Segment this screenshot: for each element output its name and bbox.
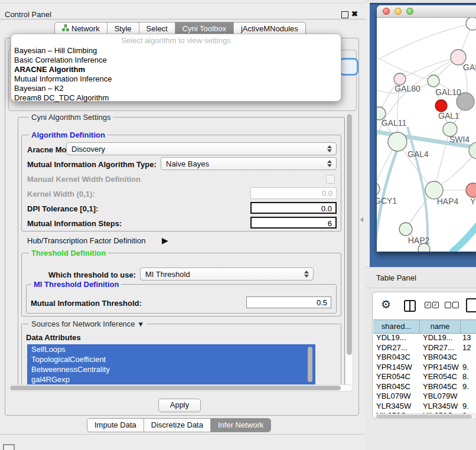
tab-impute-data[interactable]: Impute Data (87, 419, 144, 432)
minimize-traffic-light-icon[interactable] (395, 8, 402, 15)
gear-icon[interactable]: ⚙ (381, 299, 391, 310)
algorithm-combobox-focus-ring[interactable] (339, 58, 358, 76)
node-hap2[interactable] (399, 223, 412, 236)
mi-threshold-label: Mutual Information Threshold: (31, 299, 142, 308)
sources-title: Sources for Network Inference (31, 319, 135, 328)
node-label: Y (470, 197, 476, 206)
algorithm-option[interactable]: Dream8 DC_TDC Algorithm (11, 93, 341, 103)
screen: Control Panel ✖ Network Style Select Cyn… (0, 0, 476, 450)
close-traffic-light-icon[interactable] (383, 8, 390, 15)
zoom-traffic-light-icon[interactable] (406, 8, 413, 15)
node-gal10[interactable] (428, 75, 439, 87)
settings-hscrollbar-thumb[interactable] (10, 386, 341, 390)
dpi-tolerance-field[interactable]: 0.0 (250, 202, 337, 214)
which-threshold-label: Which threshold to use: (48, 270, 136, 279)
column-header-extra[interactable] (461, 320, 476, 333)
checked-checkbox-icon[interactable]: ✓ (432, 302, 439, 308)
node-label: GAL4 (407, 149, 429, 159)
attribute-item[interactable]: SelfLoops (27, 344, 315, 354)
splitter-grip-icon[interactable] (360, 217, 363, 222)
algorithm-option[interactable]: Basic Correlation Inference (11, 56, 341, 65)
network-canvas[interactable]: GAL GAL80 GAL10 GAL1 SWI4 GAL11 GAL4 GCY… (377, 18, 476, 252)
data-attributes-label: Data Attributes (26, 333, 81, 342)
node-label: GAL80 (395, 84, 420, 93)
table-panel-title: Table Panel (376, 273, 416, 282)
table-window: ⚙ ✓ ✓ shared... name YDL19...YDL19...13 … (372, 292, 476, 419)
node-label: GAL (463, 63, 476, 72)
document-icon[interactable] (466, 298, 476, 312)
table-row[interactable]: YPR145WYPR145W9. (373, 363, 476, 373)
dpi-tolerance-label: DPI Tolerance [0,1]: (27, 204, 98, 213)
node-label: GAL11 (382, 118, 407, 128)
node-label: GAL10 (435, 87, 461, 97)
table-row[interactable]: YER054CYER054C8. (373, 372, 476, 382)
node-label: HAP2 (408, 236, 430, 245)
close-icon[interactable]: ✖ (351, 9, 358, 18)
table-row[interactable]: YDR27...YDR27...12 (373, 343, 476, 353)
which-threshold-select[interactable]: MI Threshold (140, 268, 314, 281)
unchecked-checkbox-icon[interactable] (445, 302, 451, 308)
node-label: GAL1 (438, 111, 459, 120)
table-row[interactable]: YDL19...YDL19...13 (373, 333, 476, 343)
attributes-scrollbar[interactable] (308, 347, 312, 382)
combo-arrows-icon (325, 145, 336, 152)
network-window-titlebar[interactable] (377, 5, 476, 18)
node-gal80[interactable] (394, 73, 406, 85)
tab-discretize-data[interactable]: Discretize Data (144, 419, 211, 432)
float-window-icon[interactable] (341, 11, 348, 18)
control-panel-titlebar: Control Panel ✖ (0, 3, 365, 19)
apply-button[interactable]: Apply (158, 399, 201, 412)
manual-kernel-checkbox[interactable] (326, 175, 335, 184)
node-gal4[interactable] (388, 132, 407, 151)
combo-arrows-icon (325, 160, 336, 167)
mi-steps-field[interactable]: 6 (250, 217, 337, 229)
algorithm-option[interactable]: Bayesian – K2 (11, 84, 341, 93)
node[interactable] (466, 18, 476, 30)
control-panel-title: Control Panel (5, 10, 51, 19)
expand-right-icon[interactable]: ▶ (162, 236, 168, 245)
node-label: GCY1 (377, 196, 397, 206)
kernel-width-label: Kernel Width (0,1): (27, 190, 95, 198)
manual-kernel-label: Manual Kernel Width Definition (27, 175, 141, 184)
columns-icon[interactable] (404, 300, 416, 312)
column-header-shared[interactable]: shared... (373, 320, 420, 333)
algorithm-option-selected[interactable]: ARACNE Algorithm (11, 65, 341, 74)
attribute-item[interactable]: BetweennessCentrality (27, 364, 315, 374)
table-row[interactable]: YLR345WYLR345W9. (373, 402, 476, 412)
mi-threshold-field[interactable]: 0.5 (246, 296, 331, 308)
table-panel-titlebar: Table Panel (365, 267, 476, 288)
node-red[interactable] (435, 100, 447, 112)
hub-definition-label[interactable]: Hub/Transcription Factor Definition (27, 236, 145, 245)
cyni-bottom-tabbar: Impute Data Discretize Data Infer Networ… (87, 418, 271, 432)
node-label: SWI4 (449, 135, 470, 144)
table-row[interactable]: YBR043CYBR043C (373, 353, 476, 363)
table-row[interactable]: YBR045CYBR045C9. (373, 382, 476, 392)
unchecked-checkbox-icon[interactable] (452, 302, 459, 308)
dropdown-placeholder: Select algorithm to view settings (11, 36, 341, 46)
tab-infer-network[interactable]: Infer Network (211, 419, 270, 432)
combo-arrows-icon (302, 270, 313, 278)
table-row[interactable]: YBL079WYBL079W (373, 392, 476, 402)
node-label: HAP4 (437, 197, 459, 206)
panel-corner-grip[interactable] (3, 444, 15, 450)
kernel-width-field[interactable]: 0.0 (250, 187, 337, 199)
algorithm-option[interactable]: Bayesian – Hill Climbing (11, 46, 341, 56)
column-header-name[interactable]: name (420, 320, 461, 333)
settings-vscrollbar-thumb[interactable] (347, 114, 352, 355)
control-panel-bottom-edge (0, 434, 365, 435)
collapse-down-icon[interactable]: ▼ (137, 320, 144, 328)
node-gcy1[interactable] (377, 182, 380, 195)
table-header-row: shared... name (373, 319, 476, 334)
data-attributes-list: SelfLoops TopologicalCoefficient Between… (27, 344, 315, 385)
aracne-mode-select[interactable]: Discovery (66, 142, 337, 155)
attribute-item[interactable]: TopologicalCoefficient (27, 354, 315, 364)
attribute-item[interactable]: gal4RGexp (27, 374, 315, 384)
algorithm-option[interactable]: Mutual Information Inference (11, 74, 341, 84)
table-hscrollbar-thumb[interactable] (376, 415, 472, 419)
mi-steps-label: Mutual Information Steps: (27, 219, 122, 228)
mi-type-select[interactable]: Naive Bayes (161, 157, 337, 170)
checked-checkbox-icon[interactable]: ✓ (425, 302, 431, 308)
algorithm-dropdown-popup: Select algorithm to view settings Bayesi… (11, 34, 341, 102)
mi-type-label: Mutual Information Algorithm Type: (27, 160, 157, 169)
node-salmon[interactable] (466, 183, 476, 197)
